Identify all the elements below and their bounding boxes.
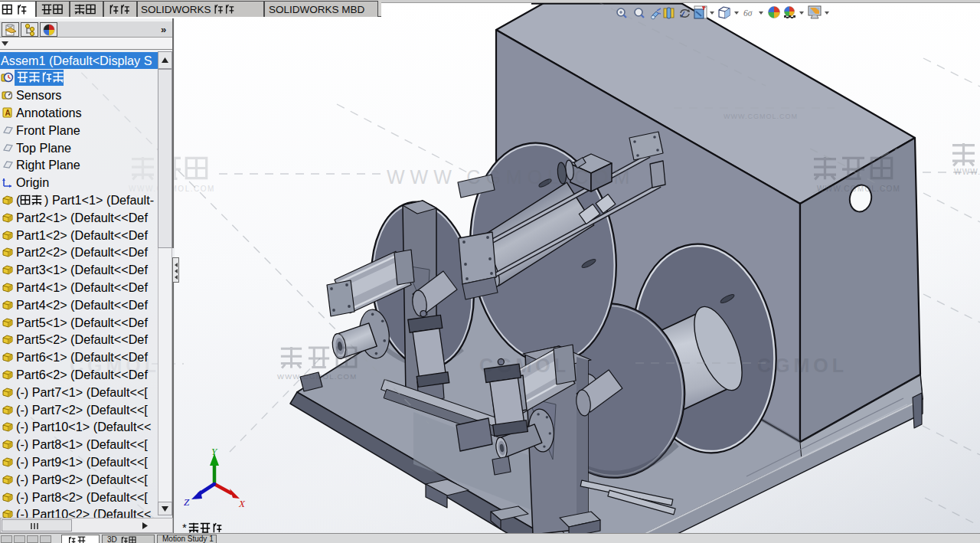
svg-text:WWW.CGMOL.COM: WWW.CGMOL.COM xyxy=(387,166,635,188)
svg-text:SOLIDWORKS MBD: SOLIDWORKS MBD xyxy=(269,4,365,15)
svg-text:6σ: 6σ xyxy=(743,8,753,18)
svg-text:WWW.CGMOL.COM: WWW.CGMOL.COM xyxy=(817,185,900,193)
svg-text:SOLIDWORKS: SOLIDWORKS xyxy=(141,4,211,15)
svg-text:*: * xyxy=(182,521,187,534)
svg-text:WWW.CGMOL.COM: WWW.CGMOL.COM xyxy=(277,372,357,381)
svg-text:Z: Z xyxy=(184,496,190,508)
svg-text:X: X xyxy=(238,498,246,509)
svg-text:CGMOL: CGMOL xyxy=(757,355,848,376)
svg-text:3D: 3D xyxy=(107,536,117,543)
svg-text:A: A xyxy=(5,109,11,117)
svg-text:WWW.C: WWW.C xyxy=(954,168,980,176)
svg-text:CGMOL: CGMOL xyxy=(479,355,570,376)
svg-text:WWW.CGMOL.COM: WWW.CGMOL.COM xyxy=(724,113,798,120)
